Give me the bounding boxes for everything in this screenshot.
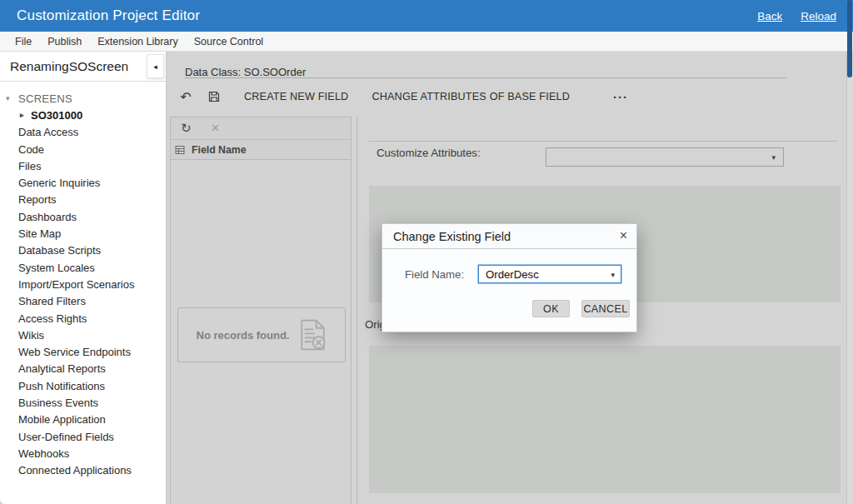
tree-node[interactable]: Code (0, 141, 166, 157)
tree-node[interactable]: Analytical Reports (0, 361, 166, 377)
tree-node-label: Access Rights (18, 312, 87, 325)
title-bar: Customization Project Editor Back Reload (0, 0, 853, 32)
tree-node[interactable]: Webhooks (0, 445, 166, 462)
tree-node-label: Connected Applications (18, 464, 132, 477)
tree-node[interactable]: Web Service Endpoints (0, 343, 166, 360)
grid-toolbar: ↻ × (171, 117, 351, 140)
tree-node-label: SO301000 (31, 109, 82, 122)
undo-button[interactable]: ↶ (177, 88, 194, 105)
tree-node-label: Code (18, 143, 44, 156)
attributes-top-rule (369, 141, 837, 142)
grid-settings-icon (175, 145, 185, 155)
tree-node-label: Dashboards (18, 211, 77, 223)
no-records-message: No records found. (197, 329, 290, 342)
field-name-label: Field Name: (405, 268, 464, 281)
field-name-column-header[interactable]: Field Name (171, 140, 351, 160)
more-options-button[interactable]: ··· (613, 90, 628, 104)
tree-node-label: Files (18, 160, 41, 172)
tree-node-label: Shared Filters (18, 295, 86, 307)
save-icon (207, 90, 221, 103)
sidebar-header: RenamingSOScreen ◂ (0, 52, 166, 82)
data-class-underline (185, 77, 787, 78)
clear-icon[interactable]: × (212, 120, 220, 137)
tree-node-label: Web Service Endpoints (18, 346, 131, 358)
tree-node-label: System Locales (18, 262, 95, 274)
tree-node[interactable]: Generic Inquiries (0, 174, 166, 191)
tree-node[interactable]: Shared Filters (0, 293, 166, 310)
sidebar-collapse-button[interactable]: ◂ (147, 54, 164, 78)
tree-node[interactable]: Database Scripts (0, 242, 166, 259)
vertical-scrollbar-thumb[interactable] (847, 0, 852, 77)
menu-item[interactable]: Publish (47, 36, 82, 47)
tree-node[interactable]: Connected Applications (0, 462, 166, 479)
right-gutter (846, 52, 853, 504)
tree-node[interactable]: Access Rights (0, 310, 166, 327)
dialog-header: Change Existing Field × (382, 224, 636, 249)
undo-icon: ↶ (180, 89, 191, 105)
original-attributes-box (369, 346, 841, 493)
tree-node-label: Data Access (18, 126, 78, 138)
menu-item[interactable]: Extension Library (97, 36, 178, 47)
tree-node-label: Database Scripts (18, 244, 101, 257)
tree-node-label: Analytical Reports (18, 362, 106, 375)
dialog-title: Change Existing Field (393, 230, 511, 243)
change-attributes-button[interactable]: CHANGE ATTRIBUTES OF BASE FIELD (372, 91, 570, 102)
combobox-value: OrderDesc (486, 268, 539, 281)
menu-item[interactable]: Source Control (194, 36, 263, 47)
tree-node[interactable]: Wikis (0, 327, 166, 343)
main-toolbar: ↶ CREATE NEW FIELD CHANGE ATTRIBUTES OF … (177, 87, 628, 107)
tree-node-label: User-Defined Fields (18, 431, 114, 443)
tree-node[interactable]: Push Notifications (0, 377, 166, 394)
tree-node[interactable]: Mobile Application (0, 412, 166, 428)
tree-node-screens[interactable]: ▾ SCREENS (0, 90, 166, 107)
tree-node-label: SCREENS (18, 92, 72, 105)
chevron-down-icon: ▾ (771, 153, 776, 162)
tree-node-label: Import/Export Scenarios (18, 278, 134, 291)
tree-node-screen-id[interactable]: ▸ SO301000 (0, 107, 166, 123)
chevron-down-icon: ▾ (611, 271, 615, 279)
tree-node-label: Reports (18, 193, 57, 206)
project-sidebar: RenamingSOScreen ◂ ▾ SCREENS ▸ SO301000 … (0, 52, 167, 504)
close-icon[interactable]: × (620, 228, 627, 243)
empty-document-icon (299, 319, 327, 351)
customize-attributes-dropdown[interactable]: ▾ (546, 147, 784, 167)
tree-node[interactable]: Import/Export Scenarios (0, 276, 166, 292)
tree-node-label: Wikis (18, 329, 44, 342)
back-link[interactable]: Back (757, 10, 782, 22)
tree-node-label: Business Events (18, 397, 98, 409)
app-title: Customization Project Editor (17, 7, 200, 24)
data-class-label: Data Class: SO.SOOrder (185, 66, 306, 78)
create-new-field-button[interactable]: CREATE NEW FIELD (244, 91, 348, 102)
tree-node[interactable]: User-Defined Fields (0, 428, 166, 445)
dialog-buttons: OK CANCEL (382, 300, 636, 317)
cancel-button[interactable]: CANCEL (581, 300, 630, 317)
no-records-box: No records found. (177, 307, 346, 362)
ok-button[interactable]: OK (532, 300, 570, 317)
tree-node[interactable]: Data Access (0, 124, 166, 141)
chevron-right-icon: ▸ (20, 111, 24, 119)
refresh-icon[interactable]: ↻ (181, 121, 192, 136)
field-name-combobox[interactable]: OrderDesc ▾ (478, 265, 621, 283)
reload-link[interactable]: Reload (801, 10, 836, 22)
tree-node-label: Push Notifications (18, 380, 105, 392)
project-tree: ▾ SCREENS ▸ SO301000 Data Access Code Fi… (0, 82, 166, 479)
tree-node[interactable]: Reports (0, 192, 166, 208)
tree-items: Data Access Code Files Generic Inquiries… (0, 124, 166, 479)
tree-node[interactable]: Business Events (0, 394, 166, 411)
tree-node-label: Webhooks (18, 447, 69, 460)
tree-node[interactable]: Files (0, 157, 166, 174)
panel-divider (357, 117, 357, 504)
tree-node[interactable]: System Locales (0, 259, 166, 276)
menu-item[interactable]: File (15, 36, 32, 47)
tree-node-label: Site Map (18, 227, 61, 240)
tree-node[interactable]: Dashboards (0, 208, 166, 225)
chevron-down-icon: ▾ (6, 94, 10, 102)
collapse-left-icon: ◂ (153, 62, 157, 71)
titlebar-links: Back Reload (757, 10, 836, 22)
tree-node-label: Mobile Application (18, 413, 106, 426)
column-header-label: Field Name (192, 144, 247, 156)
save-button[interactable] (206, 88, 222, 105)
customize-attributes-label: Customize Attributes: (377, 147, 481, 159)
tree-node[interactable]: Site Map (0, 225, 166, 242)
fields-grid-panel: ↻ × Field Name No records found. (170, 117, 352, 504)
